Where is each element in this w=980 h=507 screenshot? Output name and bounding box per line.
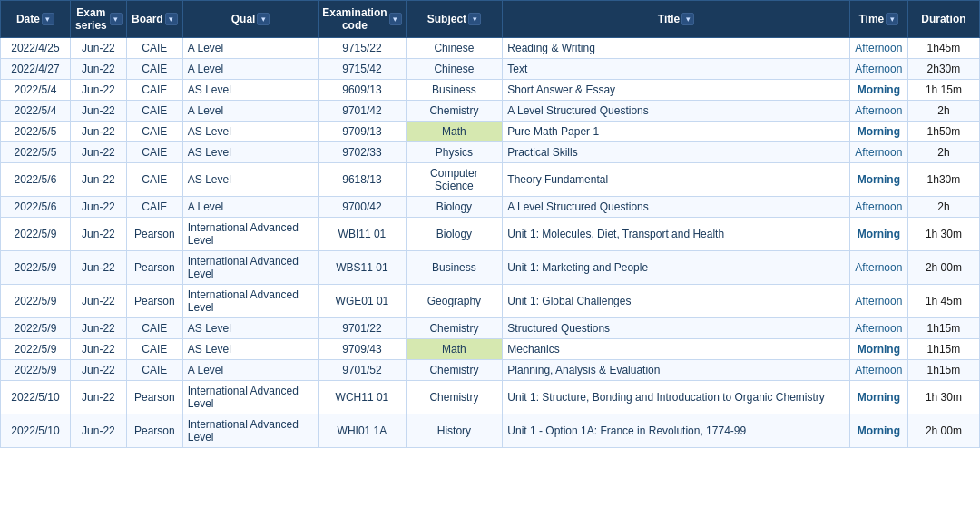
cell-title: Short Answer & Essay <box>503 80 849 101</box>
cell-board: CAIE <box>126 318 182 339</box>
table-row: 2022/5/10Jun-22PearsonInternational Adva… <box>1 414 980 448</box>
cell-board: Pearson <box>126 218 182 251</box>
filter-button-qual[interactable]: ▾ <box>257 13 270 25</box>
filter-button-subject[interactable]: ▾ <box>468 13 481 25</box>
column-header-date: Date▾ <box>1 1 71 38</box>
table-row: 2022/5/5Jun-22CAIEAS Level9709/13MathPur… <box>1 122 980 142</box>
cell-exam_code: 9709/43 <box>318 339 406 360</box>
table-row: 2022/4/27Jun-22CAIEA Level9715/42Chinese… <box>1 59 980 80</box>
cell-time: Afternoon <box>849 38 907 59</box>
cell-exam_code: 9702/33 <box>318 142 406 163</box>
cell-exam_series: Jun-22 <box>70 339 126 360</box>
cell-subject: History <box>406 414 503 448</box>
cell-qual: AS Level <box>182 122 318 142</box>
cell-time: Afternoon <box>849 251 907 285</box>
cell-exam_code: 9609/13 <box>318 80 406 101</box>
cell-title: Theory Fundamental <box>503 163 849 197</box>
cell-board: CAIE <box>126 163 182 197</box>
cell-duration: 1h30m <box>907 163 979 197</box>
cell-exam_code: 9715/22 <box>318 38 406 59</box>
cell-qual: International Advanced Level <box>182 414 318 448</box>
cell-exam_series: Jun-22 <box>70 218 126 251</box>
cell-duration: 1h15m <box>907 360 979 381</box>
table-row: 2022/5/4Jun-22CAIEAS Level9609/13Busines… <box>1 80 980 101</box>
cell-exam_code: 9701/42 <box>318 101 406 122</box>
cell-date: 2022/4/25 <box>1 38 71 59</box>
cell-subject: Biology <box>406 218 503 251</box>
cell-title: A Level Structured Questions <box>503 197 849 218</box>
cell-duration: 1h 30m <box>907 218 979 251</box>
cell-exam_code: 9701/52 <box>318 360 406 381</box>
cell-qual: A Level <box>182 360 318 381</box>
filter-button-title[interactable]: ▾ <box>681 13 694 25</box>
cell-qual: A Level <box>182 38 318 59</box>
cell-date: 2022/5/4 <box>1 101 71 122</box>
cell-time: Afternoon <box>849 101 907 122</box>
table-row: 2022/5/10Jun-22PearsonInternational Adva… <box>1 381 980 414</box>
cell-exam_code: WCH11 01 <box>318 381 406 414</box>
cell-exam_series: Jun-22 <box>70 414 126 448</box>
cell-exam_series: Jun-22 <box>70 59 126 80</box>
cell-subject: Geography <box>406 285 503 318</box>
cell-time: Morning <box>849 339 907 360</box>
column-header-exam_code: Examination code▾ <box>318 1 406 38</box>
table-row: 2022/5/6Jun-22CAIEAS Level9618/13Compute… <box>1 163 980 197</box>
cell-duration: 2h <box>907 197 979 218</box>
cell-duration: 2h <box>907 101 979 122</box>
filter-button-exam_series[interactable]: ▾ <box>110 13 122 25</box>
cell-title: Unit 1: Structure, Bonding and Introduca… <box>503 381 849 414</box>
cell-board: CAIE <box>126 80 182 101</box>
cell-date: 2022/5/10 <box>1 414 71 448</box>
cell-board: CAIE <box>126 339 182 360</box>
cell-date: 2022/5/4 <box>1 80 71 101</box>
cell-exam_series: Jun-22 <box>70 122 126 142</box>
cell-title: A Level Structured Questions <box>503 101 849 122</box>
cell-exam_code: WBI11 01 <box>318 218 406 251</box>
cell-duration: 1h50m <box>907 122 979 142</box>
cell-board: CAIE <box>126 197 182 218</box>
filter-button-board[interactable]: ▾ <box>165 13 178 25</box>
filter-button-exam_code[interactable]: ▾ <box>389 13 402 25</box>
cell-title: Planning, Analysis & Evaluation <box>503 360 849 381</box>
cell-qual: A Level <box>182 197 318 218</box>
cell-duration: 2h30m <box>907 59 979 80</box>
cell-subject: Biology <box>406 197 503 218</box>
cell-title: Unit 1: Molecules, Diet, Transport and H… <box>503 218 849 251</box>
cell-date: 2022/5/9 <box>1 318 71 339</box>
table-row: 2022/5/5Jun-22CAIEAS Level9702/33Physics… <box>1 142 980 163</box>
cell-exam_series: Jun-22 <box>70 360 126 381</box>
cell-time: Morning <box>849 80 907 101</box>
cell-title: Unit 1: Marketing and People <box>503 251 849 285</box>
cell-title: Reading & Writing <box>503 38 849 59</box>
cell-qual: AS Level <box>182 339 318 360</box>
cell-exam_code: 9618/13 <box>318 163 406 197</box>
cell-qual: AS Level <box>182 80 318 101</box>
cell-duration: 2h 00m <box>907 414 979 448</box>
cell-subject: Computer Science <box>406 163 503 197</box>
column-header-title: Title▾ <box>503 1 849 38</box>
cell-subject: Chinese <box>406 38 503 59</box>
cell-subject: Chemistry <box>406 101 503 122</box>
cell-subject: Business <box>406 80 503 101</box>
cell-exam_code: 9715/42 <box>318 59 406 80</box>
cell-board: Pearson <box>126 285 182 318</box>
cell-date: 2022/5/6 <box>1 197 71 218</box>
cell-time: Afternoon <box>849 360 907 381</box>
cell-time: Afternoon <box>849 142 907 163</box>
column-header-exam_series: Exam series▾ <box>70 1 126 38</box>
cell-date: 2022/5/5 <box>1 122 71 142</box>
cell-exam_series: Jun-22 <box>70 142 126 163</box>
cell-exam_series: Jun-22 <box>70 163 126 197</box>
cell-time: Afternoon <box>849 285 907 318</box>
cell-subject: Chinese <box>406 59 503 80</box>
cell-title: Mechanics <box>503 339 849 360</box>
filter-button-time[interactable]: ▾ <box>886 13 898 25</box>
cell-board: CAIE <box>126 360 182 381</box>
cell-duration: 1h 30m <box>907 381 979 414</box>
cell-exam_code: WHI01 1A <box>318 414 406 448</box>
cell-exam_code: 9700/42 <box>318 197 406 218</box>
column-header-qual: Qual▾ <box>182 1 318 38</box>
cell-exam_series: Jun-22 <box>70 251 126 285</box>
filter-button-date[interactable]: ▾ <box>42 13 54 25</box>
cell-time: Morning <box>849 163 907 197</box>
